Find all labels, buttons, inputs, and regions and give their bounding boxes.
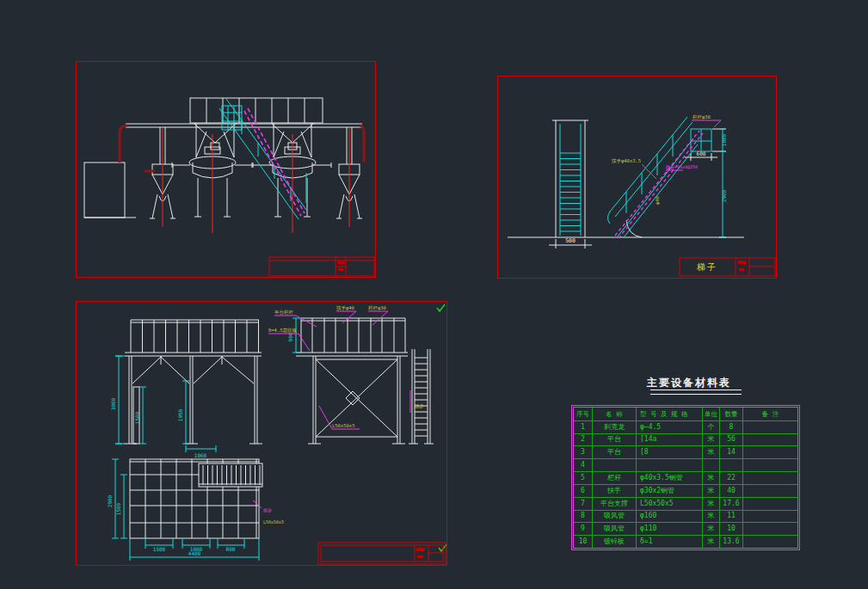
dim-front-inner: 1500 — [134, 411, 140, 424]
table-cell: 平台 — [593, 434, 637, 446]
table-cell: 2 — [574, 434, 593, 446]
table-cell — [743, 421, 797, 433]
platform-drawing[interactable]: 3000 1500 1950 1060 900 2900 1500 1500 1… — [76, 301, 447, 566]
table-cell: 米 — [703, 498, 720, 510]
header-unit: 单位 — [703, 408, 720, 420]
title-block-a-stamp — [337, 261, 345, 264]
table-cell — [743, 459, 797, 471]
table-cell: 4 — [574, 459, 593, 471]
table-cell: 栏杆 — [593, 472, 637, 484]
materials-table-underline — [650, 390, 742, 395]
table-cell: 13.6 — [720, 536, 743, 548]
table-row: 2平台[14a米56 — [574, 434, 797, 447]
table-cell: 平台 — [593, 446, 637, 458]
table-cell: 40 — [720, 485, 743, 497]
header-note: 备 注 — [743, 408, 797, 420]
title-block-c — [318, 543, 446, 564]
ladder-drawing[interactable]: 500 600 1000 2900 栏杆φ30 扶手φ40x3.5 踏步-45x… — [497, 76, 777, 279]
table-row: 5栏杆φ40x3.5钢管米22 — [574, 472, 797, 485]
label-handrail: 扶手φ40x3.5 — [612, 158, 641, 164]
snap-marker-icon — [437, 304, 446, 551]
table-cell: φ40x3.5钢管 — [637, 472, 703, 484]
title-block-b-stamp — [738, 261, 746, 264]
label-rail: 平台栏杆 — [274, 310, 294, 315]
table-cell: 14 — [720, 446, 743, 458]
title-block-a-stamp2 — [338, 268, 343, 271]
title-block-b — [680, 258, 775, 276]
table-cell: 米 — [703, 434, 720, 446]
materials-table-title: 主要设备材料表 — [647, 376, 731, 390]
table-cell: 镀锌板 — [593, 536, 637, 548]
table-cell: φ—4.5 — [637, 421, 703, 433]
header-qty: 数量 — [720, 408, 743, 420]
table-cell: 8 — [574, 511, 593, 523]
drawing-border — [498, 77, 777, 279]
dim-front-base: 1060 — [194, 452, 207, 458]
table-cell: 米 — [703, 472, 720, 484]
plan-ladder — [199, 463, 262, 487]
equipment-elevation-drawing[interactable] — [76, 61, 376, 278]
table-cell: 1 — [574, 421, 593, 433]
label-top-rail: 栏杆φ30 — [367, 305, 386, 311]
table-cell: 平台支撑 — [593, 498, 637, 510]
table-cell: 8 — [720, 421, 743, 433]
dim-plan-depth: 2900 — [107, 494, 113, 507]
table-cell: 11 — [720, 511, 743, 523]
header-name: 名 称 — [593, 408, 637, 420]
table-cell: 9 — [574, 523, 593, 535]
dim-total-height: 2900 — [721, 189, 727, 202]
dim-base-width: 500 — [565, 237, 576, 244]
dim-plan-total: 4400 — [188, 550, 201, 556]
title-block-a — [269, 257, 374, 276]
table-cell: 米 — [703, 536, 720, 548]
table-row: 4 — [574, 459, 797, 472]
table-cell: 5 — [574, 472, 593, 484]
header-spec: 型 号 及 规 格 — [637, 408, 703, 420]
table-cell: [14a — [637, 434, 703, 446]
table-cell — [637, 459, 703, 471]
dim-front-height: 3000 — [110, 397, 116, 410]
table-row: 9吸风管φ110米10 — [574, 523, 797, 536]
label-deck: δ=4.5花纹板 — [268, 328, 298, 334]
label-handrail: 扶手φ40 — [336, 305, 354, 311]
stair-stringer-dashed — [244, 108, 305, 216]
label-tread: 踏步-45x4@250 — [666, 164, 698, 169]
platform-leaders — [253, 311, 410, 508]
table-row: 1刹克龙φ—4.5个8 — [574, 421, 797, 434]
table-cell — [743, 434, 797, 446]
dim-upper-height: 1000 — [721, 133, 727, 146]
materials-table-body: 1刹克龙φ—4.5个82平台[14a米563平台[8米1445栏杆φ40x3.5… — [574, 421, 797, 548]
title-block-c-stamp — [416, 548, 425, 551]
equipment-linework — [84, 98, 362, 218]
table-cell: 17.6 — [720, 498, 743, 510]
label-top-rail: 栏杆φ30 — [692, 114, 711, 120]
title-block-b-stamp2 — [739, 268, 744, 271]
dim-plan-bay1: 1500 — [153, 546, 166, 552]
label-post: φ40 — [655, 196, 661, 205]
dim-tread-run: 600 — [697, 150, 706, 156]
table-cell: 吸风管 — [593, 523, 637, 535]
table-cell: φ110 — [637, 523, 703, 535]
centerlines — [163, 128, 349, 233]
dim-plan-inner: 1500 — [115, 502, 121, 515]
table-cell: 个 — [703, 421, 720, 433]
table-cell — [720, 459, 743, 471]
table-cell — [743, 472, 797, 484]
table-cell: 米 — [703, 446, 720, 458]
table-cell — [743, 498, 797, 510]
table-cell — [743, 523, 797, 535]
table-cell: 米 — [703, 485, 720, 497]
table-cell: 22 — [720, 472, 743, 484]
cad-canvas[interactable]: 500 600 1000 2900 栏杆φ30 扶手φ40x3.5 踏步-45x… — [0, 0, 868, 589]
dim-plan-bay3: 800 — [226, 546, 236, 552]
ladder-white-linework — [508, 120, 744, 248]
dim-front-mid: 1950 — [177, 408, 183, 421]
table-cell: 米 — [703, 523, 720, 535]
table-row: 6扶手φ30x2钢管米40 — [574, 485, 797, 498]
table-cell: L50x50x5 — [637, 498, 703, 510]
table-cell: φ160 — [637, 511, 703, 523]
title-block-c-stamp2 — [417, 555, 423, 558]
table-cell: 6 — [574, 485, 593, 497]
table-cell — [743, 536, 797, 548]
table-cell: 10 — [720, 523, 743, 535]
